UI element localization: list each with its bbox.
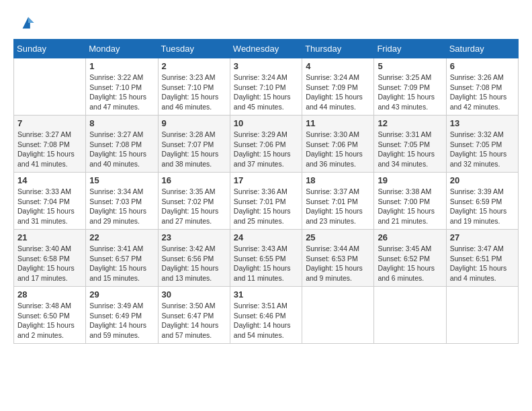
day-info: Sunrise: 3:38 AM Sunset: 7:00 PM Dayligh…: [378, 187, 442, 226]
calendar-cell: 26Sunrise: 3:45 AM Sunset: 6:52 PM Dayli…: [374, 230, 446, 287]
calendar-cell: 15Sunrise: 3:34 AM Sunset: 7:03 PM Dayli…: [86, 173, 158, 230]
day-info: Sunrise: 3:36 AM Sunset: 7:01 PM Dayligh…: [234, 187, 298, 226]
day-number: 4: [306, 61, 370, 71]
day-number: 30: [162, 289, 226, 300]
weekday-header-sunday: Sunday: [14, 40, 86, 58]
day-number: 26: [378, 232, 442, 242]
day-info: Sunrise: 3:30 AM Sunset: 7:06 PM Dayligh…: [306, 130, 370, 169]
day-number: 17: [234, 175, 298, 185]
day-number: 23: [162, 232, 226, 242]
weekday-header-friday: Friday: [374, 40, 446, 58]
day-number: 8: [89, 118, 154, 128]
day-info: Sunrise: 3:23 AM Sunset: 7:10 PM Dayligh…: [162, 73, 226, 112]
day-number: 13: [450, 118, 515, 128]
day-number: 5: [378, 61, 442, 71]
calendar-cell: 24Sunrise: 3:43 AM Sunset: 6:55 PM Dayli…: [230, 230, 302, 287]
calendar-cell: 12Sunrise: 3:31 AM Sunset: 7:05 PM Dayli…: [374, 116, 446, 173]
day-number: 22: [89, 232, 154, 242]
calendar-cell: 30Sunrise: 3:50 AM Sunset: 6:47 PM Dayli…: [158, 287, 230, 344]
calendar-cell: 31Sunrise: 3:51 AM Sunset: 6:46 PM Dayli…: [230, 287, 302, 344]
calendar-cell: 8Sunrise: 3:27 AM Sunset: 7:08 PM Daylig…: [86, 116, 158, 173]
day-number: 25: [306, 232, 370, 242]
calendar-cell: [374, 287, 446, 344]
week-row-1: 1Sunrise: 3:22 AM Sunset: 7:10 PM Daylig…: [14, 58, 519, 116]
calendar-cell: 20Sunrise: 3:39 AM Sunset: 6:59 PM Dayli…: [446, 173, 518, 230]
day-number: 3: [234, 61, 298, 71]
page-header: [13, 13, 519, 32]
day-info: Sunrise: 3:33 AM Sunset: 7:04 PM Dayligh…: [17, 187, 82, 226]
calendar-cell: 27Sunrise: 3:47 AM Sunset: 6:51 PM Dayli…: [446, 230, 518, 287]
calendar-cell: 22Sunrise: 3:41 AM Sunset: 6:57 PM Dayli…: [86, 230, 158, 287]
calendar-cell: 23Sunrise: 3:42 AM Sunset: 6:56 PM Dayli…: [158, 230, 230, 287]
day-number: 21: [17, 232, 82, 242]
calendar-cell: 17Sunrise: 3:36 AM Sunset: 7:01 PM Dayli…: [230, 173, 302, 230]
day-info: Sunrise: 3:25 AM Sunset: 7:09 PM Dayligh…: [378, 73, 442, 112]
calendar-cell: 16Sunrise: 3:35 AM Sunset: 7:02 PM Dayli…: [158, 173, 230, 230]
day-info: Sunrise: 3:49 AM Sunset: 6:49 PM Dayligh…: [89, 301, 154, 340]
day-number: 15: [89, 175, 154, 185]
day-number: 19: [378, 175, 442, 185]
day-info: Sunrise: 3:44 AM Sunset: 6:53 PM Dayligh…: [306, 244, 370, 283]
calendar-cell: 25Sunrise: 3:44 AM Sunset: 6:53 PM Dayli…: [302, 230, 374, 287]
day-number: 9: [162, 118, 226, 128]
day-number: 20: [450, 175, 515, 185]
calendar-cell: [14, 58, 86, 116]
calendar-cell: 13Sunrise: 3:32 AM Sunset: 7:05 PM Dayli…: [446, 116, 518, 173]
day-info: Sunrise: 3:35 AM Sunset: 7:02 PM Dayligh…: [162, 187, 226, 226]
day-number: 1: [89, 61, 154, 71]
weekday-header-tuesday: Tuesday: [158, 40, 230, 58]
day-info: Sunrise: 3:50 AM Sunset: 6:47 PM Dayligh…: [162, 301, 226, 340]
calendar-cell: [446, 287, 518, 344]
calendar-cell: 7Sunrise: 3:27 AM Sunset: 7:08 PM Daylig…: [14, 116, 86, 173]
logo: [13, 13, 38, 32]
calendar-cell: 4Sunrise: 3:24 AM Sunset: 7:09 PM Daylig…: [302, 58, 374, 116]
week-row-5: 28Sunrise: 3:48 AM Sunset: 6:50 PM Dayli…: [14, 287, 519, 344]
weekday-header-row: SundayMondayTuesdayWednesdayThursdayFrid…: [14, 40, 519, 58]
weekday-header-wednesday: Wednesday: [230, 40, 302, 58]
day-number: 14: [17, 175, 82, 185]
day-info: Sunrise: 3:34 AM Sunset: 7:03 PM Dayligh…: [89, 187, 154, 226]
day-info: Sunrise: 3:47 AM Sunset: 6:51 PM Dayligh…: [450, 244, 515, 283]
day-info: Sunrise: 3:27 AM Sunset: 7:08 PM Dayligh…: [17, 130, 82, 169]
day-number: 12: [378, 118, 442, 128]
day-number: 11: [306, 118, 370, 128]
calendar-cell: 1Sunrise: 3:22 AM Sunset: 7:10 PM Daylig…: [86, 58, 158, 116]
day-number: 28: [17, 289, 82, 300]
calendar-cell: 28Sunrise: 3:48 AM Sunset: 6:50 PM Dayli…: [14, 287, 86, 344]
day-info: Sunrise: 3:43 AM Sunset: 6:55 PM Dayligh…: [234, 244, 298, 283]
day-info: Sunrise: 3:27 AM Sunset: 7:08 PM Dayligh…: [89, 130, 154, 169]
day-number: 18: [306, 175, 370, 185]
calendar-cell: 9Sunrise: 3:28 AM Sunset: 7:07 PM Daylig…: [158, 116, 230, 173]
calendar-cell: 2Sunrise: 3:23 AM Sunset: 7:10 PM Daylig…: [158, 58, 230, 116]
weekday-header-saturday: Saturday: [446, 40, 518, 58]
day-info: Sunrise: 3:48 AM Sunset: 6:50 PM Dayligh…: [17, 301, 82, 340]
day-number: 29: [89, 289, 154, 300]
day-number: 16: [162, 175, 226, 185]
logo-icon: [19, 13, 38, 32]
day-info: Sunrise: 3:39 AM Sunset: 6:59 PM Dayligh…: [450, 187, 515, 226]
week-row-4: 21Sunrise: 3:40 AM Sunset: 6:58 PM Dayli…: [14, 230, 519, 287]
week-row-2: 7Sunrise: 3:27 AM Sunset: 7:08 PM Daylig…: [14, 116, 519, 173]
day-info: Sunrise: 3:32 AM Sunset: 7:05 PM Dayligh…: [450, 130, 515, 169]
day-info: Sunrise: 3:31 AM Sunset: 7:05 PM Dayligh…: [378, 130, 442, 169]
calendar-cell: 5Sunrise: 3:25 AM Sunset: 7:09 PM Daylig…: [374, 58, 446, 116]
calendar-cell: [302, 287, 374, 344]
day-number: 24: [234, 232, 298, 242]
calendar-cell: 6Sunrise: 3:26 AM Sunset: 7:08 PM Daylig…: [446, 58, 518, 116]
day-info: Sunrise: 3:22 AM Sunset: 7:10 PM Dayligh…: [89, 73, 154, 112]
day-number: 31: [234, 289, 298, 300]
day-info: Sunrise: 3:26 AM Sunset: 7:08 PM Dayligh…: [450, 73, 515, 112]
day-number: 7: [17, 118, 82, 128]
calendar-cell: 3Sunrise: 3:24 AM Sunset: 7:10 PM Daylig…: [230, 58, 302, 116]
calendar-cell: 18Sunrise: 3:37 AM Sunset: 7:01 PM Dayli…: [302, 173, 374, 230]
day-number: 6: [450, 61, 515, 71]
calendar-cell: 10Sunrise: 3:29 AM Sunset: 7:06 PM Dayli…: [230, 116, 302, 173]
week-row-3: 14Sunrise: 3:33 AM Sunset: 7:04 PM Dayli…: [14, 173, 519, 230]
day-info: Sunrise: 3:45 AM Sunset: 6:52 PM Dayligh…: [378, 244, 442, 283]
calendar-cell: 29Sunrise: 3:49 AM Sunset: 6:49 PM Dayli…: [86, 287, 158, 344]
calendar-cell: 11Sunrise: 3:30 AM Sunset: 7:06 PM Dayli…: [302, 116, 374, 173]
day-info: Sunrise: 3:42 AM Sunset: 6:56 PM Dayligh…: [162, 244, 226, 283]
day-number: 10: [234, 118, 298, 128]
day-info: Sunrise: 3:37 AM Sunset: 7:01 PM Dayligh…: [306, 187, 370, 226]
day-number: 27: [450, 232, 515, 242]
